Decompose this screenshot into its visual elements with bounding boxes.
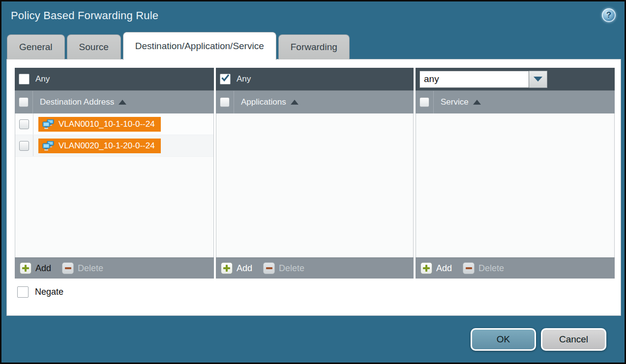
service-type-value: any (424, 74, 439, 84)
service-type-bar: any (416, 68, 615, 90)
delete-button[interactable]: Delete (463, 262, 504, 274)
help-question-glyph: ? (606, 10, 611, 20)
tab-forwarding-label: Forwarding (291, 42, 337, 53)
address-object-chip[interactable]: VLAN0010_10-1-10-0--24 (38, 117, 161, 132)
ok-button[interactable]: OK (471, 328, 536, 351)
service-type-select[interactable]: any (419, 71, 529, 88)
destination-address-column: Any Destination Address (15, 68, 214, 279)
service-header-cell[interactable]: Service (434, 91, 481, 113)
destination-any-bar: Any (15, 68, 214, 90)
add-button-label: Add (35, 263, 51, 274)
cancel-button-label: Cancel (559, 334, 588, 345)
tab-general-label: General (19, 42, 53, 53)
delete-button-label: Delete (279, 263, 304, 274)
applications-header-cell[interactable]: Applications (234, 91, 298, 113)
negate-checkbox[interactable] (17, 286, 29, 298)
negate-label: Negate (35, 287, 63, 297)
sort-ascending-icon (473, 100, 481, 105)
tab-source[interactable]: Source (67, 34, 121, 59)
destination-footer-bar: Add Delete (15, 257, 214, 279)
destination-select-all-lane (15, 91, 33, 113)
service-select-all-lane (416, 91, 434, 113)
delete-minus-icon (263, 262, 275, 274)
cancel-button[interactable]: Cancel (541, 328, 606, 351)
applications-any-bar: Any (216, 68, 414, 90)
row-checkbox-lane (15, 113, 33, 135)
applications-select-all-lane (216, 91, 234, 113)
add-button[interactable]: Add (420, 262, 452, 274)
service-column: any Service (416, 68, 615, 279)
dialog-title: Policy Based Forwarding Rule (11, 9, 158, 22)
destination-row-checkbox[interactable] (19, 141, 29, 151)
tab-destination-application-service-label: Destination/Application/Service (135, 41, 264, 52)
applications-select-all-checkbox[interactable] (220, 97, 230, 107)
policy-based-forwarding-dialog: Policy Based Forwarding Rule ? General S… (0, 0, 626, 364)
destination-any-label: Any (35, 74, 50, 84)
add-button-label: Add (237, 263, 252, 274)
tab-general[interactable]: General (7, 34, 65, 59)
tab-forwarding[interactable]: Forwarding (278, 34, 350, 59)
add-plus-icon (221, 262, 233, 274)
checkmark-icon (221, 74, 229, 82)
service-type-dropdown: any (419, 71, 547, 88)
destination-column-header: Destination Address (15, 90, 214, 113)
address-object-name: VLAN0010_10-1-10-0--24 (59, 119, 155, 129)
service-select-all-checkbox[interactable] (419, 97, 429, 107)
add-button[interactable]: Add (20, 262, 51, 274)
service-footer-bar: Add Delete (416, 257, 615, 279)
destination-address-list: VLAN0010_10-1-10-0--24 (15, 113, 214, 257)
delete-button-label: Delete (78, 263, 103, 274)
applications-any-checkbox[interactable] (220, 74, 231, 84)
table-row[interactable]: VLAN0020_10-1-20-0--24 (15, 135, 213, 157)
add-button-label: Add (436, 263, 452, 274)
service-header-label: Service (441, 97, 469, 107)
add-button[interactable]: Add (221, 262, 252, 274)
delete-button[interactable]: Delete (263, 262, 304, 274)
delete-minus-icon (463, 262, 475, 274)
row-content: VLAN0010_10-1-10-0--24 (33, 113, 161, 135)
tab-destination-application-service[interactable]: Destination/Application/Service (123, 32, 276, 60)
applications-header-label: Applications (241, 97, 286, 107)
sort-ascending-icon (119, 100, 126, 105)
sort-ascending-icon (291, 100, 298, 105)
negate-row: Negate (17, 286, 63, 298)
destination-address-header-label: Destination Address (40, 97, 114, 107)
tab-content-panel: Any Destination Address (6, 59, 621, 316)
address-object-chip[interactable]: VLAN0020_10-1-20-0--24 (38, 139, 161, 153)
applications-any-label: Any (237, 74, 251, 84)
address-object-name: VLAN0020_10-1-20-0--24 (59, 141, 155, 151)
ok-button-label: OK (497, 334, 510, 345)
row-content: VLAN0020_10-1-20-0--24 (33, 135, 161, 156)
applications-column-header: Applications (216, 90, 414, 113)
add-plus-icon (20, 262, 31, 274)
tab-bar: General Source Destination/Application/S… (7, 31, 350, 59)
applications-list (216, 113, 414, 257)
table-row[interactable]: VLAN0010_10-1-10-0--24 (15, 113, 213, 135)
delete-button-label: Delete (478, 263, 504, 274)
help-icon[interactable]: ? (602, 8, 616, 22)
add-plus-icon (420, 262, 432, 274)
network-icon (42, 141, 54, 151)
destination-address-header-cell[interactable]: Destination Address (33, 91, 126, 113)
dropdown-arrow-button[interactable] (529, 71, 547, 88)
service-list (416, 113, 615, 257)
network-icon (42, 119, 54, 129)
destination-select-all-checkbox[interactable] (19, 97, 29, 107)
destination-row-checkbox[interactable] (19, 119, 29, 129)
chevron-down-icon (534, 77, 542, 82)
service-column-header: Service (416, 90, 615, 113)
tab-source-label: Source (79, 42, 109, 53)
applications-footer-bar: Add Delete (216, 257, 414, 279)
row-checkbox-lane (15, 135, 33, 156)
delete-button[interactable]: Delete (62, 262, 103, 274)
applications-column: Any Applications Add Delete (216, 68, 414, 279)
delete-minus-icon (62, 262, 74, 274)
destination-any-checkbox[interactable] (19, 74, 30, 84)
